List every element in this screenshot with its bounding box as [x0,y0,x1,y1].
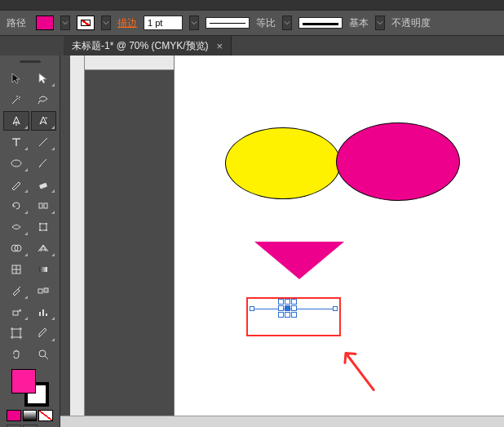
profile-preview[interactable] [298,17,343,29]
svg-rect-17 [39,312,41,316]
gradient-tool[interactable] [31,260,57,279]
svg-point-9 [46,229,47,231]
perspective-grid-tool[interactable] [31,238,57,258]
symbol-sprayer-tool[interactable] [3,302,29,322]
selection-tool[interactable] [3,69,29,88]
svg-rect-14 [38,289,42,293]
toolbox-grip[interactable] [3,60,56,65]
none-mode-swatch[interactable] [38,410,53,421]
options-bar: 路径 描边 1 pt 等比 基本 不透明度 [0,10,504,36]
mesh-tool[interactable] [3,260,29,279]
stroke-swatch[interactable] [77,16,95,30]
paintbrush-tool[interactable] [31,153,57,173]
stroke-dropdown[interactable] [101,16,111,30]
svg-rect-13 [39,267,47,272]
anchor-point-right[interactable] [333,306,338,311]
document-tab[interactable]: 未标题-1* @ 70% (CMYK/预览) × [64,36,232,56]
shape-builder-tool[interactable] [3,238,29,258]
profile-label: 基本 [349,16,369,30]
svg-rect-16 [13,311,18,315]
selection-handles[interactable] [278,299,297,318]
direct-selection-tool[interactable] [31,69,57,88]
svg-point-6 [39,223,41,225]
rotate-tool[interactable] [3,196,29,216]
svg-point-21 [39,350,46,357]
svg-rect-5 [40,224,46,230]
svg-point-1 [11,160,21,167]
dash-dropdown[interactable] [282,16,292,30]
eraser-tool[interactable] [31,175,57,194]
pen-tool[interactable] [3,111,29,131]
close-tab-icon[interactable]: × [217,40,223,52]
type-tool[interactable] [3,132,29,152]
svg-point-8 [39,229,41,231]
stroke-weight-dropdown[interactable] [189,16,199,30]
fill-color-swatch[interactable] [11,369,36,394]
canvas-stage[interactable] [60,56,504,427]
profile-dropdown[interactable] [375,16,385,30]
yellow-ellipse-shape[interactable] [225,127,341,199]
svg-point-7 [46,223,47,225]
hand-tool[interactable] [3,345,29,364]
horizontal-scrollbar[interactable] [60,416,504,427]
menu-bar [0,0,504,10]
stroke-weight-input[interactable]: 1 pt [144,16,183,30]
annotation-arrow-icon [334,348,383,397]
reflect-tool[interactable] [31,196,57,216]
eyedropper-tool[interactable] [3,281,29,300]
mode-label: 路径 [7,16,26,30]
pink-ellipse-shape[interactable] [336,122,460,201]
svg-rect-20 [12,329,20,337]
lasso-tool[interactable] [31,90,57,109]
slice-tool[interactable] [31,323,57,343]
artboard-tool[interactable] [3,323,29,343]
stroke-label[interactable]: 描边 [117,16,137,30]
zoom-tool[interactable] [31,345,57,364]
svg-rect-19 [46,314,47,316]
magic-wand-tool[interactable] [3,90,29,109]
svg-rect-2 [39,183,47,189]
fill-dropdown[interactable] [60,16,70,30]
width-tool[interactable] [3,217,29,237]
pencil-tool[interactable] [3,175,29,194]
svg-rect-18 [42,309,44,316]
free-transform-tool[interactable] [31,217,57,237]
document-title: 未标题-1* @ 70% (CMYK/预览) [72,39,209,53]
toolbox: + [0,56,60,427]
ellipse-tool[interactable] [3,153,29,173]
anchor-point-left[interactable] [250,306,254,311]
column-graph-tool[interactable] [31,302,57,322]
color-mode-swatch[interactable] [7,410,21,421]
opacity-label[interactable]: 不透明度 [391,16,431,30]
dash-preview[interactable] [206,17,250,29]
blend-tool[interactable] [31,281,57,300]
pink-triangle-shape[interactable] [254,242,344,279]
artboard[interactable] [175,56,504,427]
document-tab-bar: 未标题-1* @ 70% (CMYK/预览) × [0,36,504,56]
line-tool[interactable] [31,132,57,152]
svg-rect-4 [44,203,47,208]
dash-label: 等比 [256,16,276,30]
svg-rect-15 [44,288,48,292]
stroke-weight-value: 1 pt [148,18,162,28]
svg-text:+: + [45,115,48,120]
svg-rect-3 [39,203,42,208]
fill-swatch[interactable] [36,16,54,30]
gradient-mode-swatch[interactable] [23,410,38,421]
fill-stroke-indicator[interactable] [11,369,49,407]
add-anchor-tool[interactable]: + [31,111,57,131]
vertical-ruler[interactable] [70,56,85,427]
